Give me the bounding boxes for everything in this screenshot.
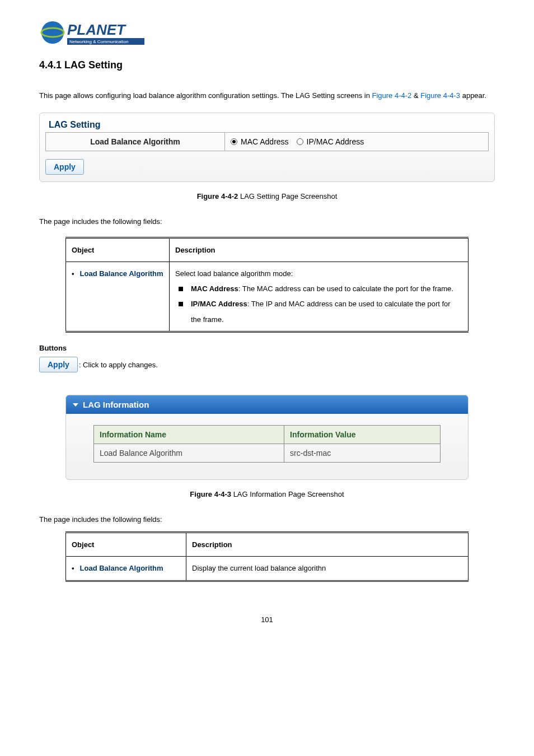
table-row: • Load Balance Algorithm Select load bal… (66, 262, 469, 332)
desc-bullet-1-bold: MAC Address (191, 284, 238, 293)
object-name: Load Balance Algorithm (80, 561, 163, 576)
ipmac-address-option: IP/MAC Address (307, 137, 364, 146)
panel-title: LAG Setting (45, 118, 489, 133)
section-heading: 4.4.1 LAG Setting (39, 59, 495, 71)
fields-intro-2: The page includes the following fields: (39, 515, 495, 524)
fields-table-2: Object Description • Load Balance Algori… (65, 531, 469, 582)
fields-intro-1: The page includes the following fields: (39, 217, 495, 226)
description-header: Description (186, 533, 469, 557)
svg-point-0 (41, 21, 64, 44)
buttons-heading: Buttons (39, 344, 495, 352)
chevron-down-icon (73, 403, 78, 407)
description-cell: Display the current load balance algorit… (186, 557, 469, 581)
panel-row: Load Balance Algorithm MAC Address IP/MA… (45, 132, 489, 151)
table-header-row: Object Description (66, 533, 469, 557)
table-header-row: Information Name Information Value (94, 426, 441, 444)
apply-button-desc: : Click to apply changes. (79, 361, 158, 369)
table-row: Load Balance Algorithm src-dst-mac (94, 444, 441, 463)
desc-bullet-1: MAC Address: The MAC address can be used… (175, 281, 462, 296)
intro-text-pre: This page allows configuring load balanc… (39, 91, 372, 100)
description-header: Description (170, 237, 469, 262)
intro-text-mid: & (414, 91, 420, 100)
bullet-icon: • (72, 561, 74, 576)
object-header: Object (66, 533, 186, 557)
desc-bullet-2: IP/MAC Address: The IP and MAC address c… (175, 296, 462, 327)
intro-text-post: appear. (462, 91, 486, 100)
info-value-header: Information Value (284, 426, 441, 444)
bullet-icon: • (72, 266, 74, 281)
object-header: Object (66, 237, 170, 262)
info-panel-header[interactable]: LAG Information (66, 395, 468, 414)
lag-information-panel: LAG Information Information Name Informa… (65, 395, 469, 480)
description-top: Select load balance algorithm mode: (175, 266, 462, 281)
desc-bullet-2-bold: IP/MAC Address (191, 300, 247, 308)
figure-442-text: LAG Setting Page Screenshot (238, 192, 337, 200)
svg-text:Networking & Communication: Networking & Communication (69, 39, 128, 44)
object-name: Load Balance Algorithm (80, 266, 163, 281)
brand-logo: PLANET Networking & Communication (39, 17, 495, 48)
intro-paragraph: This page allows configuring load balanc… (39, 88, 495, 104)
figure-443-text: LAG Information Page Screenshot (231, 490, 344, 498)
lag-setting-panel: LAG Setting Load Balance Algorithm MAC A… (39, 113, 495, 182)
info-value-cell: src-dst-mac (284, 444, 441, 463)
figure-link-443[interactable]: Figure 4-4-3 (420, 91, 460, 100)
mac-address-option: MAC Address (241, 137, 289, 146)
table-row: • Load Balance Algorithm Display the cur… (66, 557, 469, 581)
info-name-cell: Load Balance Algorithm (94, 444, 284, 463)
fields-table-1: Object Description • Load Balance Algori… (65, 237, 469, 333)
figure-443-number: Figure 4-4-3 (190, 490, 231, 498)
apply-button-inline[interactable]: Apply (39, 357, 78, 372)
lag-information-table: Information Name Information Value Load … (93, 425, 441, 463)
info-panel-title: LAG Information (83, 400, 149, 409)
info-name-header: Information Name (94, 426, 284, 444)
mac-address-radio[interactable] (231, 138, 237, 145)
svg-text:PLANET: PLANET (67, 21, 127, 38)
ipmac-address-radio[interactable] (297, 138, 303, 145)
page-number: 101 (39, 615, 495, 624)
figure-442-number: Figure 4-4-2 (197, 192, 238, 200)
table-header-row: Object Description (66, 237, 469, 262)
desc-bullet-1-rest: : The MAC address can be used to calcula… (238, 284, 453, 293)
figure-443-caption: Figure 4-4-3 LAG Information Page Screen… (39, 490, 495, 498)
figure-link-442[interactable]: Figure 4-4-2 (372, 91, 412, 100)
load-balance-label: Load Balance Algorithm (46, 133, 225, 151)
apply-button[interactable]: Apply (45, 159, 84, 175)
figure-442-caption: Figure 4-4-2 LAG Setting Page Screenshot (39, 192, 495, 200)
